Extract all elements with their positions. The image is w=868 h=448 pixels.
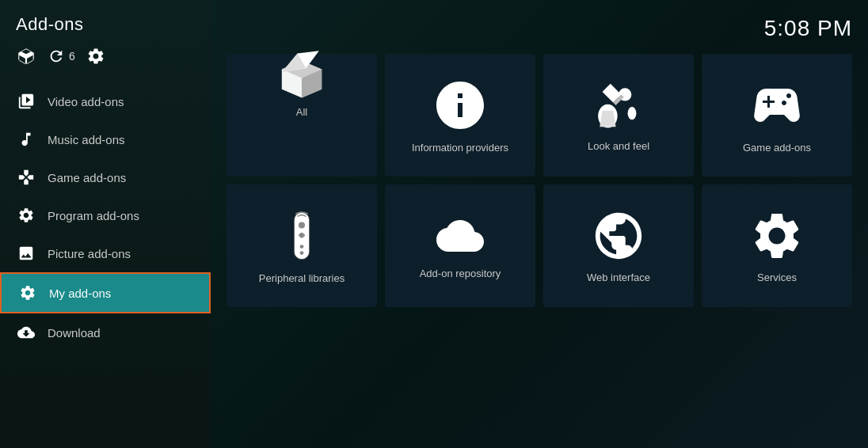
svg-point-14: [300, 251, 304, 255]
info-icon: [432, 77, 489, 134]
grid-item-peripheral-label: Peripheral libraries: [259, 272, 345, 286]
grid-item-game-label: Game add-ons: [743, 142, 811, 155]
grid-item-services-label: Services: [757, 271, 797, 285]
clock: 5:08 PM: [764, 16, 852, 41]
sidebar-item-picture-label: Picture add-ons: [48, 247, 131, 260]
sidebar-item-picture[interactable]: Picture add-ons: [0, 234, 211, 272]
remote-icon: [281, 207, 322, 264]
picture-icon: [16, 243, 36, 264]
sidebar-title: Add-ons: [16, 14, 83, 35]
refresh-icon: [48, 47, 65, 65]
sidebar-item-video[interactable]: Video add-ons: [0, 82, 211, 120]
grid-item-info[interactable]: Information providers: [385, 54, 535, 177]
svg-rect-12: [300, 233, 304, 237]
sidebar-item-download-label: Download: [48, 326, 101, 340]
look-icon: [592, 78, 645, 132]
package-icon-btn[interactable]: [16, 46, 36, 66]
grid-item-info-label: Information providers: [412, 142, 508, 155]
music-icon: [16, 129, 36, 150]
grid-item-peripheral[interactable]: Peripheral libraries: [227, 184, 377, 307]
main-header: 5:08 PM: [227, 16, 852, 41]
program-icon: [16, 205, 36, 226]
sidebar-header: Add-ons: [0, 0, 211, 43]
sidebar-toolbar: 6: [0, 43, 211, 76]
sidebar-nav: Video add-ons Music add-ons Game add-ons…: [0, 82, 211, 448]
sidebar: Add-ons 6 Video add-ons: [0, 0, 211, 448]
settings-icon-btn[interactable]: [86, 47, 105, 66]
all-box-icon: [273, 49, 330, 98]
sidebar-item-music[interactable]: Music add-ons: [0, 120, 211, 158]
grid-item-look[interactable]: Look and feel: [543, 54, 694, 177]
sidebar-item-video-label: Video add-ons: [48, 95, 124, 108]
gamepad-icon: [748, 77, 805, 134]
package-icon: [16, 46, 36, 66]
update-badge: 6: [69, 50, 75, 63]
grid-item-repository-label: Add-on repository: [420, 268, 501, 281]
sidebar-item-program-label: Program add-ons: [48, 209, 139, 222]
cloud-icon: [430, 212, 490, 260]
grid-item-game[interactable]: Game add-ons: [702, 54, 852, 177]
grid-item-services[interactable]: Services: [702, 184, 852, 307]
grid-item-web-label: Web interface: [587, 271, 650, 285]
addon-grid: All Information providers: [227, 54, 852, 307]
grid-item-web[interactable]: Web interface: [543, 184, 694, 307]
sidebar-item-music-label: Music add-ons: [48, 133, 125, 146]
game-icon: [16, 167, 36, 188]
sidebar-item-game[interactable]: Game add-ons: [0, 158, 211, 196]
sidebar-item-game-label: Game add-ons: [48, 171, 126, 184]
services-icon: [749, 208, 805, 264]
grid-item-repository[interactable]: Add-on repository: [385, 184, 535, 307]
grid-item-look-label: Look and feel: [588, 140, 649, 154]
sidebar-item-program[interactable]: Program add-ons: [0, 196, 211, 234]
my-addons-icon: [17, 283, 38, 303]
grid-item-all-label: All: [296, 106, 307, 120]
sidebar-item-download[interactable]: Download: [0, 313, 211, 351]
sidebar-item-my-addons[interactable]: My add-ons: [0, 272, 211, 313]
globe-icon: [591, 208, 646, 264]
svg-point-7: [628, 107, 637, 120]
svg-point-10: [299, 222, 305, 228]
video-icon: [16, 91, 36, 112]
sidebar-item-my-addons-label: My add-ons: [49, 287, 111, 300]
download-icon: [16, 322, 36, 343]
main-content: 5:08 PM All: [211, 0, 868, 448]
svg-point-13: [300, 245, 304, 249]
grid-item-all[interactable]: All: [227, 54, 377, 177]
refresh-icon-btn[interactable]: 6: [48, 47, 75, 65]
settings-icon: [86, 47, 105, 66]
